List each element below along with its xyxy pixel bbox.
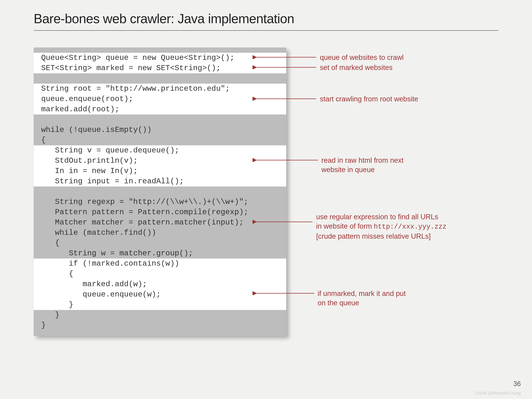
annotation-text: [crude pattern misses relative URLs]: [316, 232, 431, 240]
annotation-text: on the queue: [318, 299, 359, 307]
code-panel: Queue<String> queue = new Queue<String>(…: [34, 48, 286, 336]
code-line: }: [34, 300, 286, 310]
annotation-text: read in raw html from next: [321, 156, 404, 164]
annotation-code: http://xxx.yyy.zzz: [374, 223, 447, 231]
code-line: {: [34, 269, 286, 279]
code-line: {: [34, 135, 286, 145]
annotation-text: if unmarked, mark it and put: [318, 290, 406, 298]
arrow-icon: [253, 158, 318, 162]
code-line: String w = matcher.group();: [34, 248, 286, 259]
code-line: String input = in.readAll();: [34, 176, 286, 186]
slide-title: Bare-bones web crawler: Java implementat…: [34, 11, 498, 26]
code-line: Queue<String> queue = new Queue<String>(…: [34, 53, 286, 63]
code-line: [34, 73, 286, 84]
code-line: SET<String> marked = new SET<String>();: [34, 63, 286, 73]
watermark: CSDN @MichelleChung: [475, 391, 521, 396]
annotation-regex: use regular expression to find all URLs …: [316, 212, 447, 241]
code-line: queue.enqueue(w);: [34, 289, 286, 300]
annotation-text: use regular expression to find all URLs: [316, 213, 438, 221]
code-line: marked.add(w);: [34, 279, 286, 289]
code-line: Pattern pattern = Pattern.compile(regexp…: [34, 207, 286, 217]
code-line: }: [34, 310, 286, 320]
annotation-layer: queue of websites to crawl set of marked…: [288, 48, 521, 380]
code-line: [34, 186, 286, 197]
arrow-icon: [253, 65, 316, 69]
code-line: }: [34, 320, 286, 330]
code-line: String v = queue.dequeue();: [34, 145, 286, 156]
slide: Bare-bones web crawler: Java implementat…: [0, 0, 532, 399]
annotation-queue: queue of websites to crawl: [320, 53, 404, 62]
code-line: {: [34, 238, 286, 248]
code-line: String root = "http://www.princeton.edu"…: [34, 84, 286, 94]
annotation-start: start crawling from root website: [320, 94, 418, 104]
code-line: while (matcher.find()): [34, 228, 286, 238]
code-line: String regexp = "http://(\\w+\\.)+(\\w+)…: [34, 197, 286, 207]
arrow-icon: [253, 291, 314, 295]
title-rule: [34, 30, 498, 31]
content-area: Queue<String> queue = new Queue<String>(…: [34, 42, 498, 375]
arrow-icon: [253, 97, 316, 101]
page-number: 36: [513, 380, 521, 388]
code-line: marked.add(root);: [34, 104, 286, 114]
arrow-icon: [253, 55, 316, 59]
code-block: Queue<String> queue = new Queue<String>(…: [34, 48, 286, 336]
code-line: if (!marked.contains(w)): [34, 259, 286, 269]
annotation-text: website in queue: [321, 166, 375, 174]
annotation-read: read in raw html from next website in qu…: [321, 156, 404, 174]
code-line: Matcher matcher = pattern.matcher(input)…: [34, 217, 286, 228]
arrow-icon: [253, 220, 312, 224]
annotation-unmarked: if unmarked, mark it and put on the queu…: [318, 289, 406, 308]
annotation-set: set of marked websites: [320, 63, 393, 72]
code-line: [34, 114, 286, 125]
code-line: StdOut.println(v);: [34, 156, 286, 166]
code-line: In in = new In(v);: [34, 166, 286, 176]
code-line: while (!queue.isEmpty()): [34, 125, 286, 135]
annotation-text: in website of form: [316, 222, 374, 230]
code-line: queue.enqueue(root);: [34, 94, 286, 104]
